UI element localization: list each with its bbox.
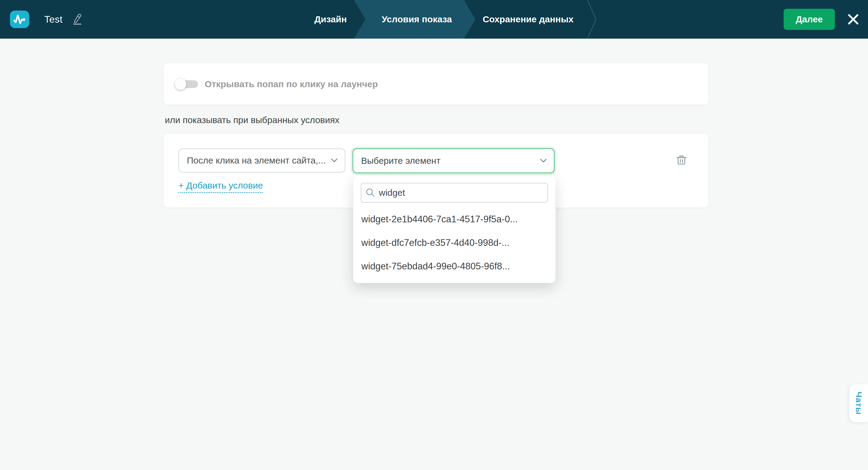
trash-icon [676, 154, 687, 165]
toggle-knob-icon [175, 79, 186, 90]
header-actions: Далее [784, 0, 868, 39]
add-condition-link[interactable]: + Добавить условие [179, 180, 263, 193]
element-dropdown-panel: widget-2e1b4406-7ca1-4517-9f5a-0... widg… [353, 176, 555, 283]
or-conditions-text: или показывать при выбранных условиях [165, 115, 339, 125]
app-logo [10, 10, 29, 28]
wizard-steps: Дизайн Условия показа Сохранение данных [301, 0, 597, 39]
dropdown-option[interactable]: widget-2e1b4406-7ca1-4517-9f5a-0... [353, 208, 555, 231]
chats-tab-label: Чаты [854, 391, 864, 415]
dropdown-search-wrap [361, 183, 548, 203]
conditions-card: После клика на элемент сайта,... Выберит… [164, 134, 708, 208]
trigger-type-select[interactable]: После клика на элемент сайта,... [179, 148, 345, 173]
trigger-type-value: После клика на элемент сайта,... [187, 155, 326, 166]
pulse-icon [13, 13, 26, 25]
project-title: Test [44, 14, 63, 25]
chevron-down-icon [331, 158, 338, 163]
search-icon [365, 187, 376, 198]
delete-condition-button[interactable] [676, 154, 687, 166]
edit-title-button[interactable] [72, 13, 83, 25]
brand: Test [10, 10, 83, 28]
dropdown-option[interactable]: widget-75ebdad4-99e0-4805-96f8... [353, 255, 555, 278]
tab-display-conditions[interactable]: Условия показа [354, 0, 475, 39]
chevron-separator-icon [587, 0, 597, 39]
header: Test Дизайн Условия показа Сохранение да… [0, 0, 868, 39]
close-button[interactable] [845, 11, 861, 27]
condition-row: После клика на элемент сайта,... Выберит… [179, 148, 555, 173]
element-select[interactable]: Выберите элемент [352, 148, 555, 173]
element-search-input[interactable] [361, 183, 548, 203]
launcher-card: Открывать попап по клику на лаунчер [164, 63, 708, 105]
dropdown-options: widget-2e1b4406-7ca1-4517-9f5a-0... widg… [353, 208, 555, 278]
chevron-down-icon [540, 159, 547, 163]
next-button[interactable]: Далее [784, 9, 835, 30]
pencil-icon [72, 13, 83, 25]
dropdown-option[interactable]: widget-dfc7efcb-e357-4d40-998d-... [353, 231, 555, 255]
element-select-value: Выберите элемент [361, 156, 440, 166]
popup-builder-page: Test Дизайн Условия показа Сохранение да… [0, 0, 868, 470]
tab-design[interactable]: Дизайн [301, 0, 360, 39]
close-icon [847, 13, 859, 25]
chats-side-tab[interactable]: Чаты [849, 384, 868, 422]
launcher-toggle-label: Открывать попап по клику на лаунчер [205, 79, 378, 89]
launcher-toggle[interactable] [176, 80, 198, 88]
tab-data-saving[interactable]: Сохранение данных [469, 0, 587, 39]
